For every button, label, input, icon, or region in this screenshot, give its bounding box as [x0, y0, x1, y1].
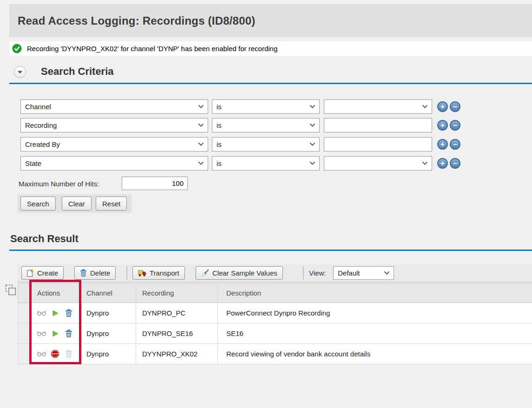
- remove-row-button[interactable]: −: [450, 120, 460, 131]
- table-row: Dynpro DYNPRO_SE16 SE16: [18, 323, 532, 344]
- remove-row-button[interactable]: −: [450, 139, 460, 150]
- remove-row-button[interactable]: −: [450, 101, 460, 112]
- section-divider: [9, 250, 532, 251]
- view-select[interactable]: Default: [333, 266, 394, 280]
- svg-text:STOP: STOP: [53, 353, 58, 355]
- filter-operator-select[interactable]: is: [212, 156, 320, 171]
- add-row-button[interactable]: +: [437, 158, 448, 169]
- filter-field-select[interactable]: Recording: [20, 118, 208, 132]
- delete-icon[interactable]: [64, 329, 73, 338]
- transport-button[interactable]: Transport: [132, 266, 185, 280]
- description-cell: PowerConnect Dynpro Recording: [218, 303, 532, 323]
- filter-field-select[interactable]: Channel: [20, 99, 208, 114]
- filter-operator-label: is: [217, 103, 222, 111]
- filter-value-select[interactable]: [324, 156, 432, 171]
- start-icon[interactable]: [51, 309, 59, 317]
- search-button[interactable]: Search: [20, 197, 56, 211]
- start-icon[interactable]: [51, 329, 59, 338]
- brush-icon: [201, 270, 209, 277]
- filter-field-label: Created By: [25, 140, 60, 148]
- channel-cell: Dynpro: [82, 303, 136, 323]
- clear-sample-values-button[interactable]: Clear Sample Values: [196, 266, 283, 280]
- row-selector-cell[interactable]: [18, 344, 30, 364]
- toolbar-separator: [126, 266, 127, 280]
- row-selector-cell[interactable]: [18, 323, 30, 343]
- select-all-icon[interactable]: [5, 284, 17, 296]
- stop-icon[interactable]: STOP: [51, 349, 59, 358]
- remove-row-button[interactable]: −: [450, 158, 460, 169]
- filter-row-created-by: Created By is + −: [0, 137, 532, 151]
- delete-button[interactable]: Delete: [74, 266, 116, 280]
- description-cell: SE16: [218, 323, 532, 343]
- read-access-logging-page: Read Access Logging: Recordings (ID8/800…: [0, 0, 532, 408]
- create-button-label: Create: [37, 269, 58, 277]
- filter-operator-select[interactable]: is: [212, 118, 320, 132]
- criteria-button-strip: Search Clear Reset: [18, 194, 131, 213]
- section-divider: [9, 83, 532, 84]
- chevron-down-icon: [422, 105, 427, 108]
- column-header-description[interactable]: Description: [218, 283, 532, 303]
- trash-icon: [80, 269, 87, 277]
- page-title-bar: Read Access Logging: Recordings (ID8/800…: [9, 4, 532, 37]
- transport-truck-icon: [138, 270, 146, 276]
- display-icon[interactable]: [37, 329, 46, 338]
- filter-value-input[interactable]: [324, 137, 432, 151]
- filter-value-input[interactable]: [324, 118, 432, 132]
- filter-operator-label: is: [217, 140, 222, 148]
- create-button[interactable]: Create: [21, 266, 64, 280]
- collapse-section-button[interactable]: [14, 66, 26, 78]
- filter-operator-select[interactable]: is: [212, 99, 320, 114]
- delete-button-label: Delete: [90, 269, 110, 277]
- filter-row-state: State is + −: [0, 156, 532, 171]
- select-all-header-cell[interactable]: [18, 283, 30, 303]
- view-label: View:: [309, 269, 326, 277]
- status-message-text: Recording 'DYYNPRO_XK02' for channel 'DY…: [27, 45, 277, 53]
- filter-value-select[interactable]: [324, 99, 432, 114]
- success-check-icon: [12, 44, 22, 53]
- column-header-actions[interactable]: Actions: [30, 283, 82, 303]
- channel-cell: Dynpro: [82, 344, 136, 364]
- chevron-down-icon: [422, 162, 427, 165]
- add-row-button[interactable]: +: [437, 139, 448, 150]
- filter-field-select[interactable]: Created By: [20, 137, 208, 151]
- result-toolbar: Create Delete Transport: [18, 264, 532, 282]
- clear-button[interactable]: Clear: [62, 197, 92, 211]
- channel-cell: Dynpro: [82, 323, 136, 343]
- filter-field-select[interactable]: State: [20, 156, 208, 171]
- display-icon[interactable]: [37, 309, 46, 317]
- row-selector-cell[interactable]: [18, 303, 30, 323]
- filter-field-label: State: [25, 159, 41, 167]
- add-row-button[interactable]: +: [437, 120, 448, 131]
- table-row: Dynpro DYNPRO_PC PowerConnect Dynpro Rec…: [18, 303, 532, 323]
- delete-icon[interactable]: [64, 309, 73, 317]
- search-criteria-title: Search Criteria: [41, 66, 114, 78]
- display-icon[interactable]: [37, 349, 46, 358]
- chevron-down-icon: [198, 124, 204, 127]
- filter-operator-select[interactable]: is: [212, 137, 320, 151]
- chevron-down-icon: [310, 105, 315, 108]
- chevron-down-icon: [198, 143, 204, 146]
- column-header-channel[interactable]: Channel: [82, 283, 136, 303]
- delete-icon-disabled: [64, 349, 73, 358]
- result-table-header: Actions Channel Recording Description: [18, 283, 532, 303]
- actions-cell: STOP: [30, 344, 82, 364]
- recording-cell: DYNPRO_SE16: [136, 323, 218, 343]
- chevron-down-icon: [198, 162, 204, 165]
- column-header-recording[interactable]: Recording: [136, 283, 218, 303]
- chevron-down-icon: [384, 271, 389, 275]
- reset-button[interactable]: Reset: [96, 197, 127, 211]
- clear-sample-values-label: Clear Sample Values: [212, 269, 277, 277]
- actions-cell: [30, 303, 82, 323]
- add-row-button[interactable]: +: [437, 101, 448, 112]
- actions-cell: [30, 323, 82, 343]
- page-title: Read Access Logging: Recordings (ID8/800…: [18, 14, 255, 27]
- chevron-down-icon: [310, 124, 315, 127]
- recording-cell: DYNPRO_PC: [136, 303, 218, 323]
- filter-operator-label: is: [217, 121, 222, 129]
- max-hits-input[interactable]: [122, 177, 188, 190]
- chevron-down-icon: [310, 162, 315, 165]
- table-row: STOP Dynpro DYYNPRO_XK02 Record viewing …: [18, 344, 532, 364]
- recording-cell: DYYNPRO_XK02: [136, 344, 218, 364]
- search-result-title: Search Result: [10, 233, 79, 245]
- new-document-star-icon: [27, 269, 34, 277]
